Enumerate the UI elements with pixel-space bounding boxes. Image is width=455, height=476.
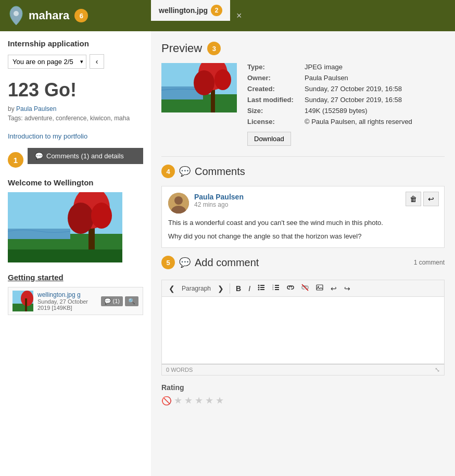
file-comment-count: (1) <box>113 298 120 304</box>
preview-badge: 3 <box>207 42 221 55</box>
file-item: wellington.jpg g Sunday, 27 October 2019… <box>8 287 143 315</box>
portfolio-link[interactable]: Introduction to my portfolio <box>8 132 143 140</box>
add-comment-row: 5 💬 Add comment 1 comment <box>161 256 445 274</box>
svg-point-27 <box>258 289 260 291</box>
divider-1 <box>161 156 445 157</box>
comments-details-button[interactable]: 💬 Comments (1) and details <box>28 148 143 164</box>
size-value: 149K (152589 bytes) <box>305 107 368 115</box>
paragraph-label: Paragraph <box>180 284 213 293</box>
step1-badge: 1 <box>8 152 23 168</box>
tab-filename: wellington.jpg <box>159 6 208 15</box>
svg-rect-32 <box>275 287 279 288</box>
comment-count: 1 comment <box>414 259 445 266</box>
comments-badge: 4 <box>161 165 175 178</box>
bullet-list-button[interactable] <box>255 282 268 294</box>
tags-line: Tags: adventure, conference, kiwicon, ma… <box>8 115 143 122</box>
unlink-icon <box>301 284 309 291</box>
modified-value: Sunday, 27 October 2019, 16:58 <box>305 96 402 104</box>
created-value: Sunday, 27 October 2019, 16:58 <box>305 85 402 93</box>
comment-time: 42 mins ago <box>194 201 438 208</box>
comment-meta: Paula Paulsen 42 mins ago <box>194 193 438 208</box>
size-row: Size: 149K (152589 bytes) <box>247 107 445 115</box>
author-link[interactable]: Paula Paulsen <box>16 105 56 112</box>
svg-point-5 <box>68 203 94 234</box>
star-2[interactable]: ★ <box>184 395 193 406</box>
panel-header: wellington.jpg 2 × <box>151 0 455 31</box>
logo-text: mahara <box>29 9 69 22</box>
bullet-list-icon <box>258 284 265 291</box>
comments-icon: 💬 <box>35 152 43 160</box>
unlink-button[interactable] <box>299 282 311 294</box>
prev-page-button[interactable]: ‹ <box>90 54 104 69</box>
welcome-image <box>8 192 122 262</box>
mahara-logo-icon <box>8 5 24 26</box>
image-icon <box>316 284 323 291</box>
owner-row: Owner: Paula Paulsen <box>247 74 445 82</box>
type-value: JPEG image <box>305 63 343 71</box>
svg-rect-34 <box>275 289 279 290</box>
created-label: Created: <box>247 85 305 93</box>
undo-button[interactable]: ↩ <box>328 283 339 294</box>
page-select-dropdown[interactable]: You are on page 2/5 <box>8 55 86 69</box>
file-comment-icon: 💬 <box>104 298 111 305</box>
delete-comment-button[interactable]: 🗑 <box>406 192 421 206</box>
sidebar: mahara 6 Internship application You are … <box>0 0 151 476</box>
tab-badge: 2 <box>211 5 222 16</box>
comment-text: This is a wonderful coast and you can't … <box>168 218 438 241</box>
comment-line-2: Why did you not change the angle so that… <box>168 231 438 242</box>
svg-point-18 <box>194 70 214 95</box>
svg-rect-26 <box>260 287 264 288</box>
comment-author: Paula Paulsen <box>194 193 438 201</box>
svg-text:3.: 3. <box>272 288 274 291</box>
comment-header: Paula Paulsen 42 mins ago <box>168 193 438 214</box>
rating-ban-icon[interactable]: 🚫 <box>161 396 172 406</box>
star-4[interactable]: ★ <box>205 395 213 406</box>
toolbar-expand-button[interactable]: ❮ <box>166 283 178 294</box>
tab-close-button[interactable]: × <box>230 10 248 21</box>
star-1[interactable]: ★ <box>174 395 182 406</box>
preview-body: Type: JPEG image Owner: Paula Paulsen Cr… <box>161 63 445 146</box>
star-5[interactable]: ★ <box>216 395 224 406</box>
sidebar-inner: Internship application You are on page 2… <box>0 31 151 476</box>
tags-values: adventure, conference, kiwicon, maha <box>24 115 130 122</box>
file-thumb-image <box>12 291 33 311</box>
file-date: Sunday, 27 October 2019 [149KB] <box>37 298 97 311</box>
word-count: 0 WORDS <box>166 367 193 373</box>
file-comment-button[interactable]: 💬 (1) <box>101 296 123 306</box>
preview-image <box>161 63 237 112</box>
svg-rect-7 <box>8 249 122 262</box>
file-actions: 💬 (1) 🔍 <box>101 296 138 306</box>
owner-label: Owner: <box>247 74 305 82</box>
file-zoom-button[interactable]: 🔍 <box>125 296 138 306</box>
link-button[interactable] <box>284 282 297 294</box>
image-button[interactable] <box>313 282 326 294</box>
italic-button[interactable]: I <box>246 283 253 294</box>
editor-toolbar: ❮ Paragraph ❯ B I 1. 2. <box>161 280 445 296</box>
reply-comment-button[interactable]: ↩ <box>423 192 439 206</box>
svg-point-37 <box>318 286 319 287</box>
toolbar-para-chevron-button[interactable]: ❯ <box>215 283 226 294</box>
svg-point-21 <box>174 196 183 205</box>
num-list-button[interactable]: 1. 2. 3. <box>270 282 282 294</box>
bold-button[interactable]: B <box>233 283 244 294</box>
star-3[interactable]: ★ <box>195 395 203 406</box>
svg-rect-30 <box>275 285 279 286</box>
owner-value: Paula Paulsen <box>305 74 348 82</box>
redo-button[interactable]: ↪ <box>342 283 353 294</box>
svg-rect-24 <box>260 285 264 286</box>
svg-point-19 <box>214 69 231 90</box>
svg-point-25 <box>258 287 260 289</box>
delete-icon: 🗑 <box>410 195 417 203</box>
tab-count-badge: 6 <box>74 9 88 22</box>
comment-editor[interactable] <box>161 296 445 364</box>
resize-handle[interactable]: ⤡ <box>435 366 440 373</box>
tags-label: Tags: <box>8 115 23 122</box>
download-button[interactable]: Download <box>247 132 291 146</box>
link-icon <box>287 284 294 291</box>
svg-rect-12 <box>25 298 27 311</box>
add-comment-header: 5 💬 Add comment <box>161 256 259 269</box>
meta-table: Type: JPEG image Owner: Paula Paulsen Cr… <box>247 63 445 146</box>
active-tab: wellington.jpg 2 <box>151 0 230 21</box>
author-line: by Paula Paulsen <box>8 105 143 112</box>
add-comment-heading: Add comment <box>195 257 259 269</box>
